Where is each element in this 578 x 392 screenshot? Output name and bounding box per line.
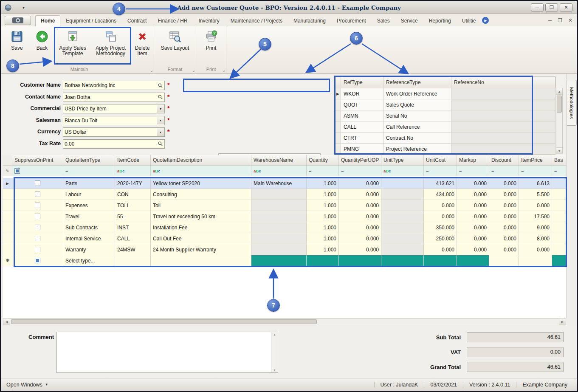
cell-unitcost[interactable]: 350.000 [424, 222, 457, 233]
items-grid-row[interactable]: ExpensesTOLLToll1.0000.0000.0000.0000.00… [3, 200, 566, 211]
field-contact-name-input[interactable]: Joan Botha [63, 93, 165, 102]
cell-suppressonprint[interactable] [12, 233, 63, 244]
items-grid-row[interactable]: LabourCONConsulting1.0000.000434.0000.00… [3, 189, 566, 200]
dropdown-arrow-icon[interactable]: ▼ [157, 128, 164, 136]
ref-cell-referencetype[interactable]: Contract No [383, 133, 451, 143]
cell-itemprice[interactable]: 5.500 [519, 189, 552, 200]
delete-item-button[interactable]: Delete Item [131, 27, 154, 66]
cell-quantityperuop[interactable] [339, 255, 381, 266]
field-customer-name-input[interactable]: Bothas Networking inc [63, 81, 165, 90]
filter-cell-markup[interactable]: = [457, 166, 489, 176]
cell-bas[interactable] [552, 222, 566, 233]
cell-quoteitemtype[interactable]: Sub Contracts [63, 222, 115, 233]
column-header-itemprice[interactable]: ItemPrice [519, 155, 552, 165]
ribbon-tab-contract[interactable]: Contract [122, 15, 152, 26]
ribbon-tab-manufacturing[interactable]: Manufacturing [288, 15, 331, 26]
ref-grid-row[interactable]: QUOTSales Quote [335, 99, 555, 110]
cell-suppressonprint[interactable] [12, 200, 63, 211]
cell-markup[interactable]: 0.000 [457, 222, 489, 233]
ref-grid-row[interactable]: ▶WKORWork Order Reference [335, 88, 555, 99]
filter-cell-bas[interactable]: = [552, 166, 566, 176]
cell-itemcode[interactable]: INST [115, 222, 151, 233]
cell-bas[interactable] [552, 211, 566, 222]
ref-cell-referenceno[interactable] [451, 133, 556, 143]
cell-discount[interactable]: 0.000 [489, 244, 519, 255]
cell-itemprice[interactable] [519, 255, 552, 266]
lookup-icon[interactable] [157, 82, 164, 89]
column-header-suppressonprint[interactable]: SuppressOnPrint [12, 155, 63, 165]
cell-unittype[interactable] [381, 211, 424, 222]
cell-quantityperuop[interactable]: 0.000 [339, 178, 381, 189]
cell-warehousename[interactable] [251, 244, 307, 255]
ref-cell-referencetype[interactable]: Serial No [383, 110, 451, 121]
cell-quantityperuop[interactable]: 0.000 [339, 189, 381, 200]
cell-bas[interactable] [552, 200, 566, 211]
cell-warehousename[interactable] [251, 189, 307, 200]
dropdown-arrow-icon[interactable]: ▼ [157, 117, 164, 124]
checkbox-icon[interactable] [35, 203, 40, 208]
filter-cell-quoteitemtype[interactable]: = [63, 166, 115, 176]
cell-itemcode[interactable]: TOLL [115, 200, 151, 211]
cell-unittype[interactable] [381, 255, 424, 266]
cell-quantity[interactable]: 1.000 [307, 211, 339, 222]
cell-quantity[interactable] [307, 255, 339, 266]
checkbox-icon[interactable] [35, 247, 40, 252]
cell-bas[interactable] [552, 178, 566, 189]
column-header-itemcode[interactable]: ItemCode [115, 155, 151, 165]
cell-itemprice[interactable]: 17.500 [519, 211, 552, 222]
cell-markup[interactable]: 0.000 [457, 211, 489, 222]
cell-itemprice[interactable]: 0.000 [519, 200, 552, 211]
filter-cell-quoteitemdescription[interactable]: aBc [151, 166, 251, 176]
cell-unittype[interactable] [381, 222, 424, 233]
cell-unittype[interactable] [381, 233, 424, 244]
filter-cell-quantity[interactable]: = [307, 166, 339, 176]
cell-quantityperuop[interactable]: 0.000 [339, 244, 381, 255]
cell-discount[interactable]: 0.000 [489, 189, 519, 200]
ref-cell-referenceno[interactable] [451, 99, 556, 110]
comment-scrollbar[interactable]: ▲▼ [271, 332, 278, 372]
cell-unitcost[interactable]: 0.000 [424, 211, 457, 222]
column-header-quoteitemdescription[interactable]: QuoteItemDescription [151, 155, 251, 165]
column-header-bas[interactable]: Bas [552, 155, 566, 165]
cell-bas[interactable] [552, 233, 566, 244]
field-currency-input[interactable]: US Dollar▼ [63, 127, 165, 137]
cell-itemprice[interactable]: 9.000 [519, 222, 552, 233]
cell-quoteitemtype[interactable]: Expenses [63, 200, 115, 211]
cell-quoteitemdescription[interactable]: Yellow toner SP2020 [151, 178, 251, 189]
cell-quoteitemdescription[interactable]: Consulting [151, 189, 251, 200]
checkbox-icon[interactable] [35, 258, 40, 263]
ref-column-header-reftype[interactable]: RefType [341, 77, 383, 88]
ref-column-header-referenceno[interactable]: ReferenceNo [451, 77, 556, 88]
lookup-icon[interactable] [157, 140, 164, 148]
scroll-right-icon[interactable]: ▶ [559, 319, 566, 325]
cell-unitcost[interactable]: 434.000 [424, 189, 457, 200]
dialog-launcher-icon[interactable]: ⌟ [223, 68, 225, 72]
cell-quoteitemdescription[interactable]: Toll [151, 200, 251, 211]
cell-markup[interactable]: 0.000 [457, 233, 489, 244]
checkbox-icon[interactable] [35, 236, 40, 241]
field-tax-rate-input[interactable]: 0.00 [63, 139, 165, 149]
cell-itemcode[interactable]: 55 [115, 211, 151, 222]
ref-cell-referenceno[interactable] [451, 110, 556, 121]
cell-discount[interactable]: 0.000 [489, 233, 519, 244]
column-header-unitcost[interactable]: UnitCost [424, 155, 457, 165]
cell-markup[interactable]: 0.000 [457, 244, 489, 255]
cell-unitcost[interactable]: 413.621 [424, 178, 457, 189]
ribbon-tab-equipment-locations[interactable]: Equipment / Locations [60, 15, 122, 26]
column-header-quantityperuop[interactable]: QuantityPerUOP [339, 155, 381, 165]
cell-quantity[interactable]: 1.000 [307, 233, 339, 244]
column-header-warehousename[interactable]: WarehouseName [251, 155, 307, 165]
cell-quantityperuop[interactable]: 0.000 [339, 200, 381, 211]
items-grid-row[interactable]: ▶Parts2020-147YYellow toner SP2020Main W… [3, 178, 566, 189]
cell-unitcost[interactable]: 0.000 [424, 200, 457, 211]
cell-itemcode[interactable]: 2020-147Y [115, 178, 151, 189]
cell-markup[interactable] [457, 255, 489, 266]
apply-sales-template-button[interactable]: Apply Sales Template [55, 27, 90, 66]
horizontal-scrollbar[interactable]: ◀ ▶ [3, 318, 566, 325]
cell-suppressonprint[interactable] [12, 178, 63, 189]
cell-suppressonprint[interactable] [12, 244, 63, 255]
tab-scroll-right-icon[interactable]: ▶ [482, 17, 489, 24]
ref-cell-referencetype[interactable]: Project Reference [383, 144, 451, 154]
cell-quantity[interactable]: 1.000 [307, 222, 339, 233]
cell-markup[interactable]: 0.000 [457, 189, 489, 200]
